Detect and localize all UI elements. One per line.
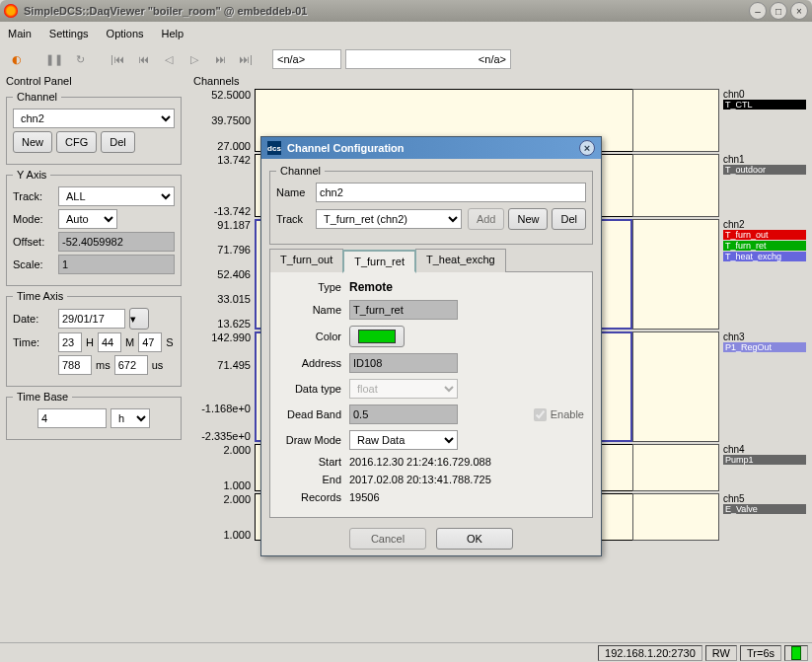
enable-checkbox xyxy=(534,408,547,421)
mini-plot[interactable] xyxy=(632,89,719,152)
channel-name: chn2 xyxy=(723,219,806,230)
y-tick-label: 2.000 xyxy=(193,444,251,456)
menu-main[interactable]: Main xyxy=(8,28,32,39)
next-icon[interactable]: ⏭ xyxy=(209,48,231,70)
dlg-add-button: Add xyxy=(468,208,505,230)
y-tick-label: 13.742 xyxy=(193,154,251,166)
track-tabs: T_furn_out T_furn_ret T_heat_exchg xyxy=(269,249,593,272)
close-button[interactable]: × xyxy=(790,2,808,20)
y-tick-label: 27.000 xyxy=(193,140,251,152)
control-panel-title: Control Panel xyxy=(6,75,182,87)
refresh-icon[interactable]: ↻ xyxy=(69,48,91,70)
nav-status-input[interactable] xyxy=(345,49,511,69)
minimize-button[interactable]: – xyxy=(749,2,767,20)
yaxis-scale-value: 1 xyxy=(58,255,175,274)
dlg-track-select[interactable]: T_furn_ret (chn2) xyxy=(316,209,462,229)
skip-end-icon[interactable]: ⏭| xyxy=(235,48,257,70)
channel-del-button[interactable]: Del xyxy=(101,131,135,153)
type-value: Remote xyxy=(349,280,393,294)
timebase-unit-select[interactable]: h xyxy=(111,408,150,428)
min-input[interactable] xyxy=(98,332,121,352)
status-indicator xyxy=(784,645,808,661)
dialog-close-icon[interactable]: × xyxy=(579,140,595,156)
statusbar: 192.168.1.20:2730 RW Tr=6s xyxy=(0,642,812,662)
date-picker-icon[interactable]: ▾ xyxy=(129,308,149,330)
toolbar: ◐ ❚❚ ↻ |⏮ ⏮ ◁ ▷ ⏭ ⏭| xyxy=(0,45,812,73)
y-tick-label: 39.7500 xyxy=(193,114,251,126)
dlg-channel-fieldset: Channel Name Track T_furn_ret (chn2) Add… xyxy=(269,165,593,245)
ok-button[interactable]: OK xyxy=(436,528,513,550)
channel-select[interactable]: chn2 xyxy=(13,109,175,128)
tab-heat-exchg[interactable]: T_heat_exchg xyxy=(415,249,506,272)
mini-plot[interactable] xyxy=(632,331,719,442)
record-icon[interactable]: ◐ xyxy=(6,48,28,70)
timebase-value-input[interactable] xyxy=(37,408,107,428)
drawmode-select[interactable]: Raw Data xyxy=(349,430,458,450)
channel-name: chn4 xyxy=(723,444,806,455)
channel-name: chn5 xyxy=(723,493,806,504)
track-form: TypeRemote NameT_furn_ret Color AddressI… xyxy=(269,271,593,518)
yaxis-fieldset: Y Axis Track:ALL Mode:Auto Offset:-52.40… xyxy=(6,169,182,286)
datatype-select: float xyxy=(349,379,458,399)
yaxis-track-select[interactable]: ALL xyxy=(58,186,175,206)
dlg-new-button[interactable]: New xyxy=(508,208,548,230)
yaxis-legend: Y Axis xyxy=(13,169,50,181)
track-tag: P1_RegOut xyxy=(723,342,806,352)
channel-fieldset: Channel chn2 New CFG Del xyxy=(6,91,182,165)
pause-icon[interactable]: ❚❚ xyxy=(43,48,65,70)
y-tick-label: 13.625 xyxy=(193,318,251,330)
channel-name: chn1 xyxy=(723,154,806,165)
prev-icon[interactable]: ⏮ xyxy=(132,48,154,70)
status-tr: Tr=6s xyxy=(740,645,781,661)
sec-input[interactable] xyxy=(138,332,162,352)
dialog-titlebar[interactable]: dcs Channel Configuration × xyxy=(261,137,601,159)
mini-plot[interactable] xyxy=(632,444,719,491)
color-button[interactable] xyxy=(349,326,405,347)
y-tick-label: -2.335e+0 xyxy=(193,430,251,442)
mini-plot[interactable] xyxy=(632,154,719,217)
control-panel: Control Panel Channel chn2 New CFG Del Y… xyxy=(0,73,187,641)
maximize-button[interactable]: □ xyxy=(770,2,787,20)
track-name-value: T_furn_ret xyxy=(349,300,458,320)
deadband-value: 0.5 xyxy=(349,405,458,424)
mini-plot[interactable] xyxy=(632,493,719,541)
y-tick-label: 142.990 xyxy=(193,331,251,343)
dialog-title: Channel Configuration xyxy=(287,142,579,154)
records-value: 19506 xyxy=(349,491,380,503)
address-value: ID108 xyxy=(349,353,458,373)
y-tick-label: 52.5000 xyxy=(193,89,251,101)
dlg-del-button[interactable]: Del xyxy=(552,208,586,230)
ms-input[interactable] xyxy=(58,355,92,375)
channels-title: Channels xyxy=(193,75,806,87)
play-back-icon[interactable]: ◁ xyxy=(158,48,180,70)
dlg-channel-name-input[interactable] xyxy=(316,183,586,202)
channel-cfg-button[interactable]: CFG xyxy=(56,131,97,153)
play-icon[interactable]: ▷ xyxy=(184,48,205,70)
skip-start-icon[interactable]: |⏮ xyxy=(107,48,128,70)
status-host: 192.168.1.20:2730 xyxy=(598,645,702,661)
nav-pos-input[interactable] xyxy=(272,49,341,69)
tab-furn-ret[interactable]: T_furn_ret xyxy=(342,250,416,273)
track-tag: Pump1 xyxy=(723,455,806,465)
start-value: 2016.12.30 21:24:16.729.088 xyxy=(349,456,491,468)
channel-new-button[interactable]: New xyxy=(13,131,52,153)
channel-legend: Channel xyxy=(13,91,61,103)
tab-furn-out[interactable]: T_furn_out xyxy=(269,249,343,272)
mini-plot[interactable] xyxy=(632,219,719,330)
menu-options[interactable]: Options xyxy=(107,28,144,39)
timebase-legend: Time Base xyxy=(13,391,72,403)
timeaxis-legend: Time Axis xyxy=(13,290,67,302)
us-input[interactable] xyxy=(114,355,148,375)
hour-input[interactable] xyxy=(58,332,82,352)
window-title: SimpleDCS::DaqViewer "boiler_room" @ emb… xyxy=(24,5,746,17)
menu-settings[interactable]: Settings xyxy=(49,28,89,39)
y-tick-label: 33.015 xyxy=(193,293,251,305)
date-input[interactable] xyxy=(58,309,125,329)
app-icon xyxy=(4,4,18,18)
yaxis-mode-select[interactable]: Auto xyxy=(58,209,117,229)
track-tag: T_heat_exchg xyxy=(723,252,806,261)
track-tag: T_furn_ret xyxy=(723,241,806,251)
channel-name: chn0 xyxy=(723,89,806,100)
channel-config-dialog: dcs Channel Configuration × Channel Name… xyxy=(260,136,602,556)
menu-help[interactable]: Help xyxy=(162,28,185,39)
